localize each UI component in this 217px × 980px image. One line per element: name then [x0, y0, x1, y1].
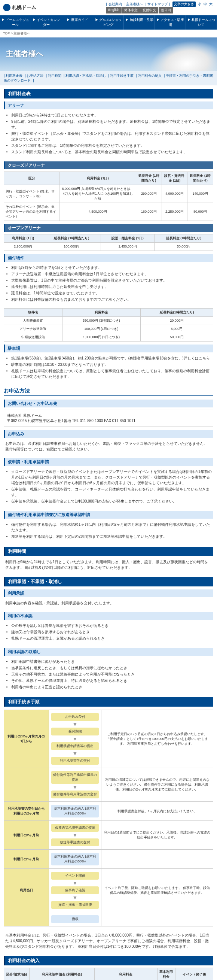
link-company[interactable]: 会社案内 — [109, 2, 122, 6]
nav-about[interactable]: ▶ 札幌ドームについて — [186, 15, 217, 30]
parking-notes: 第1駐車場(560台)、第2駐車場(460台)、約1,200台の駐車が可能です。… — [11, 355, 212, 379]
logo-text: 札幌ドーム — [12, 4, 36, 11]
breadcrumb: TOP > 主催者様へ — [0, 30, 217, 37]
temp-title: 仮申請・利用承認申請 — [4, 458, 213, 466]
subnav-pay[interactable]: 利用料金の納入 — [138, 74, 162, 78]
lang-tc[interactable]: 繁體中文 — [140, 7, 158, 13]
time-text: 利用日は9時から24時までを1日としていただきます。利用時間には、搬入・搬出、設… — [4, 556, 213, 573]
nav-access[interactable]: ▶ アクセス・駐車場 — [155, 15, 186, 30]
top-links: | 会社案内 | 主催者様へ | サイトマップ | 文字の大きさ 小 中 大 — [106, 2, 214, 7]
subnav-flow[interactable]: 利用手続き手順 — [110, 74, 133, 78]
font-large[interactable]: 大 — [209, 2, 212, 7]
nav-facility[interactable]: ▶ 施設利用・見学 — [124, 15, 155, 30]
subnav: | 利用料金表 | お申込方法 | 利用時間 | 利用承認・不承認・取消し | … — [0, 71, 217, 85]
parking-title: 駐車場 — [4, 345, 213, 352]
closed-table: 区分利用料金 (1日)延長料金 (1時間当たり)設営・撤去料金 (1日)延長料金… — [4, 172, 213, 221]
main-nav: ▶ ドームスケジュール ▶ イベントカレンダー ▶ 座席ガイド ▶ グルメ&ショ… — [0, 15, 217, 30]
logo-icon — [3, 4, 11, 11]
font-size-label: 文字の大きさ — [173, 2, 196, 7]
contact-box: 株式会社 札幌ドーム 〒062-0045 札幌市豊平区羊ヶ丘1番地 TEL 01… — [4, 410, 213, 427]
subnav-fee[interactable]: 利用料金表 — [6, 74, 22, 78]
payment-title: 利用料金の納入 — [4, 956, 213, 966]
cancel-notes: 利用承認申請書等に偽りがあったとき当承認条件に違反したとき、もしくは係員の指示に… — [11, 659, 212, 690]
subnav-apply[interactable]: お申込方法 — [27, 74, 43, 78]
apply-sub: お申込み — [4, 430, 213, 438]
font-med[interactable]: 中 — [204, 2, 207, 7]
subnav-time[interactable]: 利用時間 — [48, 74, 61, 78]
apply-text: お申込みは、必ず利用日調整事務局へお越しいただくか、電話・郵便・ファックス等の手… — [4, 438, 213, 455]
flow-note: ※基本利用料金とは、興行・収益型イベントの場合、1日当たり8,000,000円、… — [4, 929, 213, 952]
nav-seat[interactable]: ▶ 座席ガイド — [62, 15, 93, 30]
cancel-sub: 利用承認の取消し — [4, 648, 213, 656]
open-table: 利用料金 (1日)延長料金 (1時間当たり)設営・撤去料金 (1日)延長料金 (… — [4, 234, 213, 251]
reject-notes: 公の秩序を乱し又は善良な風俗を害するおそれがあるとき建物又は付帯設備を損壊するお… — [11, 623, 212, 641]
nav-schedule[interactable]: ▶ ドームスケジュール — [0, 15, 31, 30]
subnav-approve[interactable]: 利用承認・不承認・取消し — [65, 74, 106, 78]
annex-table: 物件名利用料金延長料金(1時間当たり) 大型映像装置350,000円 (3時間に… — [4, 308, 213, 342]
page-title: 主催者様へ — [6, 49, 43, 59]
lang-ko[interactable]: 한국어 — [158, 7, 173, 13]
arena-notes: 利用日は9時から24時まで1日としていただきます。9日以前、24時以降のご利用の… — [11, 112, 212, 155]
approve-sub: 利用承認 — [4, 589, 213, 597]
lang-en[interactable]: English — [106, 7, 122, 13]
annex-apply-notes: 備付物件を利用する場合は、利用承認後1ヶ月以内（利用日の2ヶ月前の月末まで）に備… — [11, 522, 212, 539]
approve-title: 利用承認・不承認・取消し — [4, 577, 213, 586]
time-title: 利用時間 — [4, 547, 213, 556]
approve-text: 利用申請の内容を確認・承認後、利用承認書を交付いたします。 — [4, 597, 213, 609]
sec-fee: 利用料金表 — [4, 89, 213, 99]
annex-apply-title: 備付物件利用承認申請並びに放送等承認申請 — [4, 511, 213, 519]
flow-table: 利用日の12ヶ月前の月の 1日から お申込み受付▼ 受付期間▼ 利用承認申請書等… — [4, 710, 213, 926]
link-organizer[interactable]: 主催者様へ — [126, 2, 143, 6]
payment-table: 区分/請求項目利用承認申請金 (利用料金)利用料金基本利用料金イベント終了後 基… — [4, 968, 213, 980]
nav-calendar[interactable]: ▶ イベントカレンダー — [31, 15, 62, 30]
apply-title: お申込方法 — [4, 388, 213, 396]
temp-notes: クローズドアリーナで興行・収益型のイベントまたはオープンアリーナでのイベントを実… — [11, 469, 212, 504]
lang-sc[interactable]: 简体中文 — [122, 7, 140, 13]
logo[interactable]: 札幌ドーム — [3, 4, 36, 11]
contact-title: お問い合わせ・お申込み先 — [4, 399, 213, 407]
nav-gourmet[interactable]: ▶ グルメ&ショッピング — [93, 15, 124, 30]
annex-notes: 利用は9時から24時までを1日とさせていただきます。アリーナ放送装置・中継放送用… — [11, 265, 212, 302]
open-title: オープンアリーナ — [4, 224, 213, 232]
font-small[interactable]: 小 — [198, 2, 201, 7]
hero: 主催者様へ — [0, 37, 217, 71]
arena-title: アリーナ — [4, 102, 213, 109]
reject-sub: 利用の不承認 — [4, 612, 213, 620]
closed-title: クローズドアリーナ — [4, 161, 213, 169]
lang-tabs: English 简体中文 繁體中文 한국어 — [106, 7, 214, 13]
annex-title: 備付物件 — [4, 254, 213, 262]
flow-title: 利用手続き手順 — [4, 697, 213, 706]
link-sitemap[interactable]: サイトマップ — [147, 2, 168, 6]
